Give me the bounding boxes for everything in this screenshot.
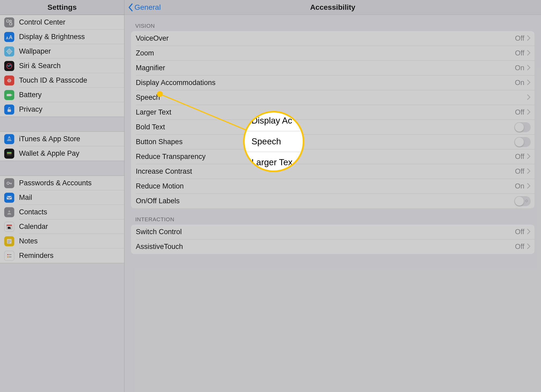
- setting-status: Off: [515, 49, 524, 57]
- setting-label: Switch Control: [136, 228, 182, 236]
- setting-label: Larger Text: [136, 108, 171, 116]
- passwords-icon: [4, 178, 14, 188]
- sidebar-item-label: iTunes & App Store: [19, 135, 80, 143]
- setting-status: On: [515, 79, 524, 87]
- detail-pane: General Accessibility VisionVoiceOverOff…: [124, 0, 541, 392]
- setting-row[interactable]: Reduce MotionOn: [131, 179, 534, 193]
- siri-icon: [4, 61, 14, 71]
- chevron-right-icon: [527, 229, 531, 235]
- setting-row[interactable]: ZoomOff: [131, 46, 534, 60]
- chevron-right-icon: [527, 65, 531, 72]
- chevron-right-icon: [527, 50, 531, 57]
- sidebar-item[interactable]: Display & Brightness: [0, 30, 124, 44]
- svg-rect-7: [12, 94, 12, 95]
- back-label: General: [134, 3, 161, 12]
- sidebar-item-label: Display & Brightness: [19, 33, 85, 41]
- sidebar-item[interactable]: Wallpaper: [0, 44, 124, 59]
- sidebar-item[interactable]: Privacy: [0, 102, 124, 117]
- sidebar-item-label: Touch ID & Passcode: [19, 76, 87, 84]
- back-button[interactable]: General: [128, 0, 161, 15]
- toggle-switch[interactable]: [514, 196, 531, 206]
- sidebar-item-label: Reminders: [19, 252, 54, 260]
- wallet-icon: [4, 149, 14, 159]
- setting-row[interactable]: On/Off Labels: [131, 194, 534, 208]
- sidebar-item[interactable]: Reminders: [0, 248, 124, 263]
- sidebar-item[interactable]: Control Center: [0, 15, 124, 30]
- setting-row[interactable]: Display AccommodationsOn: [131, 75, 534, 90]
- chevron-right-icon: [527, 168, 531, 175]
- sidebar-header: Settings: [0, 0, 124, 15]
- chevron-left-icon: [128, 3, 133, 11]
- setting-row[interactable]: Reduce TransparencyOff: [131, 149, 534, 164]
- sidebar-item-label: Siri & Search: [19, 62, 61, 70]
- setting-status: On: [515, 182, 524, 190]
- contacts-icon: [4, 207, 14, 217]
- section: Switch ControlOffAssistiveTouchOff: [131, 225, 534, 254]
- toggle-switch[interactable]: [514, 137, 531, 147]
- setting-label: Zoom: [136, 49, 154, 57]
- toggle-switch[interactable]: [514, 122, 531, 132]
- chevron-right-icon: [527, 94, 531, 101]
- wallpaper-icon: [4, 46, 14, 56]
- svg-text:31: 31: [8, 226, 11, 229]
- setting-row[interactable]: Switch ControlOff: [131, 225, 534, 239]
- magnifier-row: Speech: [245, 131, 303, 152]
- chevron-right-icon: [527, 243, 531, 250]
- setting-row[interactable]: Speech: [131, 90, 534, 105]
- sidebar-item[interactable]: 31Calendar: [0, 219, 124, 234]
- sidebar-item-label: Wallpaper: [19, 47, 51, 55]
- setting-row[interactable]: VoiceOverOff: [131, 31, 534, 46]
- setting-label: Button Shapes: [136, 138, 183, 146]
- setting-label: Speech: [136, 93, 160, 102]
- sidebar-item-label: Calendar: [19, 223, 48, 231]
- settings-sidebar: Settings Control CenterDisplay & Brightn…: [0, 0, 124, 392]
- sidebar-item-label: Battery: [19, 91, 42, 99]
- callout-magnifier: Display Ac Speech Larger Tex: [243, 111, 304, 172]
- setting-row[interactable]: MagnifierOn: [131, 61, 534, 75]
- mail-icon: [4, 193, 14, 203]
- settings-app: Settings Control CenterDisplay & Brightn…: [0, 0, 541, 392]
- sidebar-item[interactable]: Battery: [0, 88, 124, 102]
- setting-label: Magnifier: [136, 64, 165, 72]
- sidebar-item-label: Privacy: [19, 105, 43, 114]
- setting-status: Off: [515, 34, 524, 42]
- control-center-icon: [4, 17, 14, 27]
- svg-point-3: [8, 50, 10, 52]
- sidebar-scroll[interactable]: Control CenterDisplay & BrightnessWallpa…: [0, 15, 124, 392]
- setting-label: On/Off Labels: [136, 197, 180, 205]
- sidebar-item[interactable]: iTunes & App Store: [0, 132, 124, 146]
- svg-rect-10: [7, 152, 11, 153]
- sidebar-item[interactable]: Wallet & Apple Pay: [0, 146, 124, 161]
- svg-rect-16: [7, 225, 12, 226]
- sidebar-item-label: Mail: [19, 193, 32, 202]
- sidebar-item[interactable]: Passwords & Accounts: [0, 176, 124, 190]
- chevron-right-icon: [527, 79, 531, 86]
- setting-label: Increase Contrast: [136, 167, 192, 176]
- sidebar-item[interactable]: Mail: [0, 190, 124, 205]
- svg-point-12: [7, 182, 9, 184]
- sidebar-item[interactable]: Notes: [0, 234, 124, 248]
- display-brightness-icon: [4, 32, 14, 42]
- setting-label: Reduce Motion: [136, 182, 184, 190]
- setting-status: On: [515, 64, 524, 72]
- sidebar-group: Control CenterDisplay & BrightnessWallpa…: [0, 15, 124, 117]
- sidebar-group: Passwords & AccountsMailContacts31Calend…: [0, 176, 124, 263]
- calendar-icon: 31: [4, 222, 14, 232]
- detail-scroll[interactable]: VisionVoiceOverOffZoomOffMagnifierOnDisp…: [124, 15, 541, 392]
- svg-rect-8: [8, 109, 11, 112]
- setting-row[interactable]: Button Shapes: [131, 135, 534, 149]
- privacy-icon: [4, 105, 14, 115]
- setting-row[interactable]: AssistiveTouchOff: [131, 239, 534, 254]
- setting-status: Off: [515, 108, 524, 116]
- sidebar-item[interactable]: Contacts: [0, 205, 124, 219]
- setting-row[interactable]: Bold Text: [131, 120, 534, 134]
- setting-label: VoiceOver: [136, 34, 169, 42]
- sidebar-item[interactable]: Touch ID & Passcode: [0, 73, 124, 88]
- setting-label: Bold Text: [136, 123, 165, 131]
- sidebar-item[interactable]: Siri & Search: [0, 59, 124, 73]
- section-header: Interaction: [131, 208, 534, 225]
- setting-row[interactable]: Increase ContrastOff: [131, 164, 534, 179]
- detail-header: General Accessibility: [124, 0, 541, 15]
- setting-label: Reduce Transparency: [136, 153, 206, 161]
- detail-title: Accessibility: [310, 3, 355, 12]
